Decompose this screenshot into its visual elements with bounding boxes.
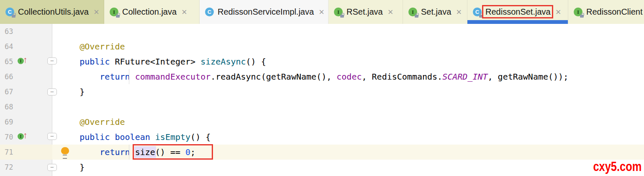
token (59, 41, 80, 52)
tab-label: Collection.java (122, 7, 177, 17)
tab-collectionutils-java[interactable]: CCollectionUtils.java× (0, 0, 104, 24)
class-icon: C (205, 8, 214, 16)
gutter[interactable]: 70I↑ (0, 129, 52, 145)
watermark: cxy5.com (593, 159, 641, 174)
code-text[interactable]: public RFuture<Integer> sizeAsync() { (52, 54, 644, 69)
token: , getRawName()); (488, 72, 569, 82)
token: isEmpty (155, 132, 190, 142)
indent-guide (129, 69, 129, 84)
tab-close-icon[interactable]: × (182, 8, 187, 16)
up-arrow-icon: ↑ (23, 55, 28, 65)
fold-marker-icon[interactable]: − (47, 57, 57, 65)
code-text[interactable]: } (52, 160, 644, 175)
token: return (100, 72, 130, 82)
line-number: 67 (5, 84, 13, 99)
implements-method-icon[interactable]: I↑ (18, 132, 30, 142)
implements-method-icon[interactable]: I↑ (18, 57, 30, 67)
code-text[interactable] (52, 99, 644, 114)
code-text[interactable]: } (52, 84, 644, 99)
interface-icon: I (110, 8, 118, 16)
tab-label: RSet.java (346, 7, 383, 17)
class-icon: C (473, 8, 482, 16)
lock-icon (340, 15, 344, 18)
tab-label: RedissonServiceImpl.java (218, 7, 314, 17)
code-line-66: 66 return commandExecutor.readAsync(getR… (0, 69, 644, 84)
interface-icon: I (334, 8, 343, 16)
tab-set-java[interactable]: ISet.java× (403, 0, 467, 24)
tab-close-icon[interactable]: × (388, 8, 393, 16)
token: ; (190, 147, 195, 157)
gutter[interactable]: 66 (0, 69, 52, 84)
fold-marker-icon[interactable]: − (47, 164, 57, 171)
token: SCARD_INT (442, 72, 487, 82)
gutter[interactable]: 65I↑ (0, 54, 52, 69)
line-number: 63 (5, 24, 13, 39)
tab-close-icon[interactable]: × (94, 8, 99, 16)
token (59, 57, 80, 67)
code-text[interactable]: return size() == 0; (52, 145, 644, 160)
line-number: 64 (5, 39, 13, 54)
code-text[interactable]: public boolean isEmpty() { (52, 129, 644, 145)
token (59, 72, 100, 82)
token: 0 (185, 147, 190, 157)
token: sizeAsync (200, 57, 246, 67)
token: size (135, 147, 155, 157)
token: boolean (115, 132, 150, 142)
gutter[interactable]: 64 (0, 39, 52, 54)
line-number: 70 (5, 129, 13, 145)
token: codec (336, 72, 362, 82)
code-line-68: 68 (0, 99, 644, 114)
gutter[interactable]: 72 (0, 160, 52, 175)
token: RFuture<Integer> (110, 57, 200, 67)
token: public (80, 132, 110, 142)
token: return (100, 147, 130, 157)
gutter[interactable]: 69 (0, 114, 52, 129)
editor-tab-bar: CCollectionUtils.java×ICollection.java×C… (0, 0, 644, 24)
code-text[interactable] (52, 24, 644, 39)
token: () == (155, 147, 185, 157)
tab-redissonserviceimpl-java[interactable]: CRedissonServiceImpl.java× (200, 0, 328, 24)
gutter[interactable]: 68 (0, 99, 52, 114)
tab-close-icon[interactable]: × (456, 8, 462, 16)
gutter[interactable]: 63 (0, 24, 52, 39)
lock-icon (116, 15, 120, 18)
code-annotation-box: size() == 0; (135, 147, 196, 157)
code-line-64: 64 @Override (0, 39, 644, 54)
lock-icon (580, 15, 584, 18)
tab-redissonclient[interactable]: IRedissonClient (568, 0, 644, 24)
tab-close-icon[interactable]: × (556, 8, 561, 16)
tab-close-icon[interactable]: × (319, 8, 324, 16)
tab-label: Set.java (421, 7, 451, 17)
line-number: 68 (5, 99, 13, 114)
code-text[interactable]: @Override (52, 114, 644, 129)
fold-marker-icon[interactable]: − (47, 133, 57, 140)
interface-icon: I (408, 8, 417, 16)
code-text[interactable]: return commandExecutor.readAsync(getRawN… (52, 69, 644, 84)
token: } (59, 162, 85, 172)
line-number: 69 (5, 114, 13, 129)
intention-bulb-icon[interactable] (61, 147, 69, 154)
token: @Override (80, 41, 125, 52)
code-line-67: 67− } (0, 84, 644, 99)
tab-collection-java[interactable]: ICollection.java× (104, 0, 200, 24)
interface-icon: I (574, 8, 582, 16)
token: () { (190, 132, 210, 142)
up-arrow-icon: ↑ (23, 130, 28, 140)
code-line-70: 70I↑− public boolean isEmpty() { (0, 129, 644, 145)
indent-guide (129, 145, 129, 160)
tab-label: RedissonClient (586, 7, 643, 17)
ide-window: CCollectionUtils.java×ICollection.java×C… (0, 0, 644, 176)
gutter[interactable]: 71 (0, 145, 52, 160)
code-line-71: 71 return size() == 0; (0, 145, 644, 160)
code-line-63: 63 (0, 24, 644, 39)
tab-label: RedissonSet.java (485, 7, 551, 17)
line-number: 71 (5, 145, 13, 160)
tab-rset-java[interactable]: IRSet.java× (328, 0, 403, 24)
code-editor: 6364 @Override65I↑− public RFuture<Integ… (0, 24, 644, 176)
code-text[interactable]: @Override (52, 39, 644, 54)
fold-marker-icon[interactable]: − (47, 88, 57, 96)
token (59, 117, 80, 127)
tab-redissonset-java[interactable]: CRedissonSet.java× (467, 0, 568, 24)
gutter[interactable]: 67 (0, 84, 52, 99)
lock-icon (479, 15, 483, 18)
